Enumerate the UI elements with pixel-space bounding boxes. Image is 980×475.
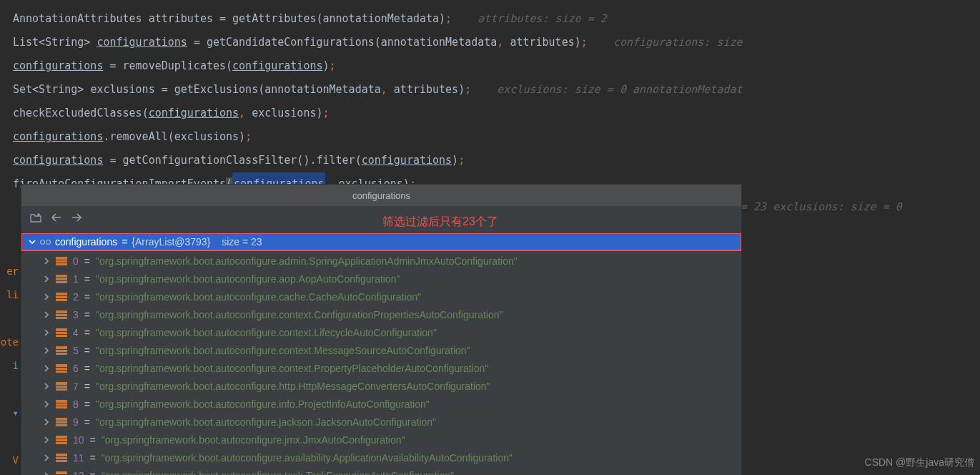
chevron-right-icon[interactable] bbox=[43, 401, 50, 408]
call: removeAll bbox=[109, 130, 167, 143]
svg-rect-14 bbox=[56, 335, 67, 337]
tree-item[interactable]: 8 = "org.springframework.boot.autoconfig… bbox=[21, 395, 741, 413]
code-editor[interactable]: AnnotationAttributes attributes = getAtt… bbox=[0, 0, 980, 196]
back-arrow-icon[interactable] bbox=[51, 213, 61, 222]
chevron-right-icon[interactable] bbox=[43, 472, 50, 476]
root-value: {ArrayList@3793} bbox=[132, 236, 210, 248]
tree-item[interactable]: 4 = "org.springframework.boot.autoconfig… bbox=[21, 323, 741, 341]
tree-item[interactable]: 1 = "org.springframework.boot.autoconfig… bbox=[21, 270, 741, 288]
value-string: "org.springframework.boot.autoconfigure.… bbox=[96, 398, 430, 410]
index: 7 bbox=[73, 381, 79, 392]
svg-rect-11 bbox=[56, 317, 67, 319]
svg-rect-19 bbox=[56, 368, 67, 370]
tree-root-row[interactable]: configurations = {ArrayList@3793} size =… bbox=[21, 233, 741, 250]
svg-rect-16 bbox=[56, 350, 67, 352]
chevron-right-icon[interactable] bbox=[43, 383, 50, 390]
svg-rect-1 bbox=[56, 260, 67, 263]
chevron-right-icon[interactable] bbox=[43, 347, 50, 354]
equals: = bbox=[84, 309, 90, 320]
index: 2 bbox=[73, 291, 79, 303]
svg-rect-12 bbox=[56, 328, 67, 331]
chevron-down-icon[interactable] bbox=[29, 238, 36, 245]
tree-item[interactable]: 11 = "org.springframework.boot.autoconfi… bbox=[21, 449, 741, 466]
tree-item[interactable]: 9 = "org.springframework.boot.autoconfig… bbox=[21, 413, 741, 431]
svg-rect-9 bbox=[56, 310, 67, 313]
var: configurations bbox=[96, 36, 187, 49]
equals: = bbox=[84, 398, 90, 410]
chevron-right-icon[interactable] bbox=[43, 258, 50, 265]
tree-item[interactable]: 7 = "org.springframework.boot.autoconfig… bbox=[21, 377, 741, 395]
tree-item[interactable]: 6 = "org.springframework.boot.autoconfig… bbox=[21, 359, 741, 377]
arg: annotationMetadata bbox=[323, 12, 440, 25]
equals: = bbox=[84, 291, 90, 303]
value-string: "org.springframework.boot.autoconfigure.… bbox=[96, 327, 437, 338]
chevron-right-icon[interactable] bbox=[43, 293, 50, 300]
svg-rect-29 bbox=[56, 424, 67, 426]
arg: configurations bbox=[232, 59, 322, 72]
equals: = bbox=[84, 327, 90, 338]
arg: configurations bbox=[362, 154, 452, 167]
value-string: "org.springframework.boot.autoconfigure.… bbox=[102, 452, 513, 464]
var: attributes bbox=[149, 12, 213, 25]
annotation-text: 筛选过滤后只有23个了 bbox=[382, 215, 498, 230]
equals: = bbox=[90, 434, 96, 446]
svg-rect-23 bbox=[56, 388, 67, 391]
svg-rect-10 bbox=[56, 314, 67, 316]
chevron-right-icon[interactable] bbox=[43, 275, 50, 283]
arg: attributes bbox=[394, 83, 458, 96]
index: 4 bbox=[73, 327, 79, 338]
forward-arrow-icon[interactable] bbox=[71, 213, 81, 222]
equals: = bbox=[90, 452, 96, 464]
array-element-icon bbox=[56, 399, 67, 409]
index: 3 bbox=[73, 309, 79, 320]
root-size: size = 23 bbox=[222, 236, 262, 248]
popup-toolbar bbox=[21, 206, 741, 228]
code-line: List<String> configurations = getCandida… bbox=[13, 31, 980, 54]
new-folder-icon[interactable] bbox=[30, 212, 41, 222]
tree-item[interactable]: 10 = "org.springframework.boot.autoconfi… bbox=[21, 431, 741, 449]
array-element-icon bbox=[56, 471, 67, 476]
watch-icon bbox=[40, 240, 51, 245]
tree-item[interactable]: 12 = "org.springframework.boot.autoconfi… bbox=[21, 466, 741, 475]
chevron-right-icon[interactable] bbox=[43, 365, 50, 372]
type: List<String> bbox=[13, 36, 90, 49]
arg: configurations bbox=[149, 107, 239, 119]
array-element-icon bbox=[56, 381, 67, 391]
arg: annotationMetadata bbox=[264, 83, 381, 96]
var: configurations bbox=[13, 130, 103, 143]
svg-rect-18 bbox=[56, 364, 67, 367]
array-element-icon bbox=[56, 328, 67, 338]
variables-tree[interactable]: configurations = {ArrayList@3793} size =… bbox=[21, 233, 741, 475]
value-string: "org.springframework.boot.autoconfigure.… bbox=[96, 291, 421, 303]
svg-rect-36 bbox=[56, 471, 67, 474]
tree-item[interactable]: 5 = "org.springframework.boot.autoconfig… bbox=[21, 341, 741, 359]
value-string: "org.springframework.boot.autoconfigure.… bbox=[96, 381, 490, 392]
equals: = bbox=[84, 381, 90, 392]
equals: = bbox=[90, 470, 96, 476]
code-line: AnnotationAttributes attributes = getAtt… bbox=[13, 7, 980, 31]
array-element-icon bbox=[56, 363, 67, 373]
equals: = bbox=[84, 255, 90, 267]
watermark: CSDN @野生java研究僧 bbox=[865, 456, 974, 469]
svg-rect-0 bbox=[56, 257, 67, 260]
popup-title[interactable]: configurations bbox=[21, 185, 741, 206]
svg-rect-13 bbox=[56, 332, 67, 334]
index: 8 bbox=[73, 398, 79, 410]
chevron-right-icon[interactable] bbox=[43, 436, 50, 444]
tree-item[interactable]: 2 = "org.springframework.boot.autoconfig… bbox=[21, 288, 741, 305]
equals: = bbox=[84, 363, 90, 374]
svg-rect-5 bbox=[56, 281, 67, 283]
tree-item[interactable]: 3 = "org.springframework.boot.autoconfig… bbox=[21, 305, 741, 323]
chevron-right-icon[interactable] bbox=[43, 418, 50, 426]
index: 6 bbox=[73, 363, 79, 374]
array-element-icon bbox=[56, 274, 67, 284]
svg-rect-28 bbox=[56, 421, 67, 423]
chevron-right-icon[interactable] bbox=[43, 454, 50, 461]
chevron-right-icon[interactable] bbox=[43, 311, 50, 318]
chevron-right-icon[interactable] bbox=[43, 329, 50, 336]
tree-item[interactable]: 0 = "org.springframework.boot.autoconfig… bbox=[21, 252, 741, 270]
arg: exclusions bbox=[174, 130, 239, 143]
array-element-icon bbox=[56, 346, 67, 356]
svg-rect-6 bbox=[56, 293, 67, 295]
value-string: "org.springframework.boot.autoconfigure.… bbox=[102, 434, 405, 446]
